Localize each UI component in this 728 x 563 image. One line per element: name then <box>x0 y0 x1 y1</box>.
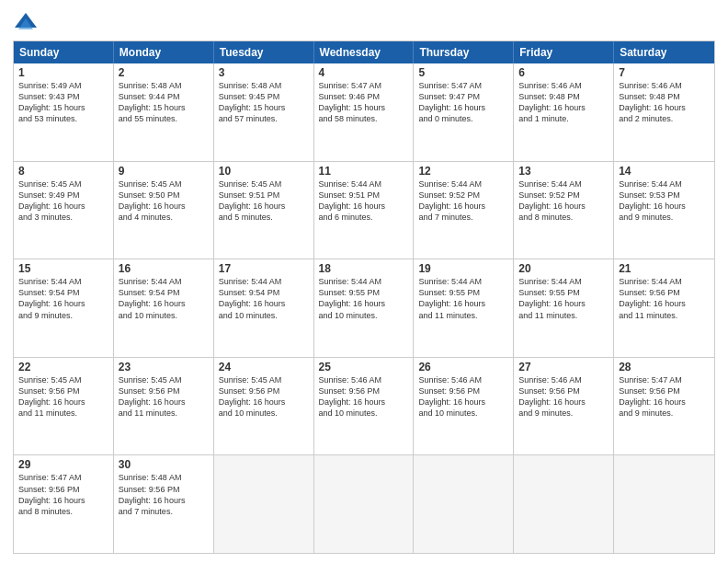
day-number: 4 <box>319 66 409 79</box>
calendar-cell: 17Sunrise: 5:44 AM Sunset: 9:54 PM Dayli… <box>214 259 314 357</box>
calendar-cell: 28Sunrise: 5:47 AM Sunset: 9:56 PM Dayli… <box>614 358 714 455</box>
day-number: 30 <box>119 458 209 471</box>
day-number: 17 <box>219 262 309 275</box>
header <box>13 9 715 35</box>
calendar-header-cell: Monday <box>114 41 214 63</box>
calendar-header-cell: Tuesday <box>214 41 314 63</box>
day-info: Sunrise: 5:46 AM Sunset: 9:48 PM Dayligh… <box>619 80 710 125</box>
calendar-body: 1Sunrise: 5:49 AM Sunset: 9:43 PM Daylig… <box>14 63 714 553</box>
calendar-cell: 5Sunrise: 5:47 AM Sunset: 9:47 PM Daylig… <box>414 63 514 161</box>
calendar-cell: 29Sunrise: 5:47 AM Sunset: 9:56 PM Dayli… <box>14 455 114 553</box>
day-info: Sunrise: 5:46 AM Sunset: 9:48 PM Dayligh… <box>518 80 609 125</box>
day-info: Sunrise: 5:44 AM Sunset: 9:54 PM Dayligh… <box>119 276 209 321</box>
page: SundayMondayTuesdayWednesdayThursdayFrid… <box>0 0 728 563</box>
day-number: 26 <box>418 361 508 373</box>
calendar-row: 8Sunrise: 5:45 AM Sunset: 9:49 PM Daylig… <box>14 161 714 259</box>
calendar-row: 22Sunrise: 5:45 AM Sunset: 9:56 PM Dayli… <box>14 357 714 455</box>
day-number: 3 <box>219 66 309 79</box>
day-info: Sunrise: 5:44 AM Sunset: 9:56 PM Dayligh… <box>619 276 710 321</box>
calendar-cell: 3Sunrise: 5:48 AM Sunset: 9:45 PM Daylig… <box>214 63 314 161</box>
calendar-header: SundayMondayTuesdayWednesdayThursdayFrid… <box>14 41 714 63</box>
calendar-cell: 11Sunrise: 5:44 AM Sunset: 9:51 PM Dayli… <box>314 162 415 259</box>
calendar-cell: 2Sunrise: 5:48 AM Sunset: 9:44 PM Daylig… <box>114 63 214 161</box>
calendar-header-cell: Sunday <box>14 41 114 63</box>
day-number: 25 <box>319 361 409 373</box>
day-info: Sunrise: 5:48 AM Sunset: 9:45 PM Dayligh… <box>219 80 309 125</box>
day-number: 22 <box>18 361 108 373</box>
calendar-cell: 30Sunrise: 5:48 AM Sunset: 9:56 PM Dayli… <box>114 455 214 553</box>
day-info: Sunrise: 5:45 AM Sunset: 9:56 PM Dayligh… <box>18 374 108 419</box>
day-number: 10 <box>219 165 309 178</box>
day-info: Sunrise: 5:45 AM Sunset: 9:49 PM Dayligh… <box>18 178 108 224</box>
calendar-row: 1Sunrise: 5:49 AM Sunset: 9:43 PM Daylig… <box>14 63 714 161</box>
day-info: Sunrise: 5:47 AM Sunset: 9:56 PM Dayligh… <box>18 472 108 517</box>
day-number: 2 <box>119 66 209 79</box>
day-number: 20 <box>518 262 609 275</box>
calendar-cell: 24Sunrise: 5:45 AM Sunset: 9:56 PM Dayli… <box>214 358 314 455</box>
calendar-cell <box>414 455 514 553</box>
day-number: 29 <box>18 458 108 471</box>
calendar-cell: 10Sunrise: 5:45 AM Sunset: 9:51 PM Dayli… <box>214 162 314 259</box>
day-info: Sunrise: 5:46 AM Sunset: 9:56 PM Dayligh… <box>319 374 409 419</box>
day-info: Sunrise: 5:44 AM Sunset: 9:55 PM Dayligh… <box>518 276 609 321</box>
calendar-cell <box>314 455 415 553</box>
calendar-cell <box>514 455 614 553</box>
day-number: 8 <box>18 165 108 178</box>
day-info: Sunrise: 5:44 AM Sunset: 9:54 PM Dayligh… <box>219 276 309 321</box>
day-info: Sunrise: 5:47 AM Sunset: 9:46 PM Dayligh… <box>319 80 409 125</box>
calendar-cell: 16Sunrise: 5:44 AM Sunset: 9:54 PM Dayli… <box>114 259 214 357</box>
calendar-cell: 23Sunrise: 5:45 AM Sunset: 9:56 PM Dayli… <box>114 358 214 455</box>
day-info: Sunrise: 5:45 AM Sunset: 9:50 PM Dayligh… <box>119 178 209 224</box>
day-number: 9 <box>119 165 209 178</box>
calendar-cell: 19Sunrise: 5:44 AM Sunset: 9:55 PM Dayli… <box>414 259 514 357</box>
calendar-cell: 27Sunrise: 5:46 AM Sunset: 9:56 PM Dayli… <box>514 358 614 455</box>
day-number: 27 <box>518 361 609 373</box>
calendar-cell: 7Sunrise: 5:46 AM Sunset: 9:48 PM Daylig… <box>614 63 714 161</box>
calendar-cell: 13Sunrise: 5:44 AM Sunset: 9:52 PM Dayli… <box>514 162 614 259</box>
day-info: Sunrise: 5:46 AM Sunset: 9:56 PM Dayligh… <box>418 374 508 419</box>
day-number: 21 <box>619 262 710 275</box>
day-number: 16 <box>119 262 209 275</box>
calendar-cell: 14Sunrise: 5:44 AM Sunset: 9:53 PM Dayli… <box>614 162 714 259</box>
logo-area <box>13 9 42 35</box>
calendar: SundayMondayTuesdayWednesdayThursdayFrid… <box>13 40 715 554</box>
day-info: Sunrise: 5:45 AM Sunset: 9:51 PM Dayligh… <box>219 178 309 224</box>
calendar-cell: 18Sunrise: 5:44 AM Sunset: 9:55 PM Dayli… <box>314 259 415 357</box>
day-number: 7 <box>619 66 710 79</box>
day-number: 15 <box>18 262 108 275</box>
day-number: 24 <box>219 361 309 373</box>
day-info: Sunrise: 5:48 AM Sunset: 9:56 PM Dayligh… <box>119 472 209 517</box>
calendar-header-cell: Thursday <box>414 41 514 63</box>
day-info: Sunrise: 5:48 AM Sunset: 9:44 PM Dayligh… <box>119 80 209 125</box>
day-number: 18 <box>319 262 409 275</box>
calendar-cell: 26Sunrise: 5:46 AM Sunset: 9:56 PM Dayli… <box>414 358 514 455</box>
day-number: 28 <box>619 361 710 373</box>
calendar-header-cell: Wednesday <box>314 41 415 63</box>
day-info: Sunrise: 5:45 AM Sunset: 9:56 PM Dayligh… <box>119 374 209 419</box>
calendar-cell: 20Sunrise: 5:44 AM Sunset: 9:55 PM Dayli… <box>514 259 614 357</box>
calendar-cell: 12Sunrise: 5:44 AM Sunset: 9:52 PM Dayli… <box>414 162 514 259</box>
calendar-cell: 9Sunrise: 5:45 AM Sunset: 9:50 PM Daylig… <box>114 162 214 259</box>
calendar-header-cell: Saturday <box>614 41 714 63</box>
day-number: 14 <box>619 165 710 178</box>
day-info: Sunrise: 5:45 AM Sunset: 9:56 PM Dayligh… <box>219 374 309 419</box>
day-info: Sunrise: 5:44 AM Sunset: 9:55 PM Dayligh… <box>418 276 508 321</box>
calendar-cell: 1Sunrise: 5:49 AM Sunset: 9:43 PM Daylig… <box>14 63 114 161</box>
day-number: 19 <box>418 262 508 275</box>
calendar-cell <box>614 455 714 553</box>
calendar-cell: 21Sunrise: 5:44 AM Sunset: 9:56 PM Dayli… <box>614 259 714 357</box>
calendar-cell: 25Sunrise: 5:46 AM Sunset: 9:56 PM Dayli… <box>314 358 415 455</box>
logo-icon <box>13 9 39 35</box>
day-number: 13 <box>518 165 609 178</box>
day-info: Sunrise: 5:44 AM Sunset: 9:54 PM Dayligh… <box>18 276 108 321</box>
day-info: Sunrise: 5:46 AM Sunset: 9:56 PM Dayligh… <box>518 374 609 419</box>
day-number: 23 <box>119 361 209 373</box>
calendar-cell: 6Sunrise: 5:46 AM Sunset: 9:48 PM Daylig… <box>514 63 614 161</box>
calendar-cell: 22Sunrise: 5:45 AM Sunset: 9:56 PM Dayli… <box>14 358 114 455</box>
day-info: Sunrise: 5:49 AM Sunset: 9:43 PM Dayligh… <box>18 80 108 125</box>
day-number: 6 <box>518 66 609 79</box>
day-info: Sunrise: 5:44 AM Sunset: 9:52 PM Dayligh… <box>518 178 609 224</box>
calendar-cell: 8Sunrise: 5:45 AM Sunset: 9:49 PM Daylig… <box>14 162 114 259</box>
calendar-cell: 4Sunrise: 5:47 AM Sunset: 9:46 PM Daylig… <box>314 63 415 161</box>
day-info: Sunrise: 5:44 AM Sunset: 9:55 PM Dayligh… <box>319 276 409 321</box>
